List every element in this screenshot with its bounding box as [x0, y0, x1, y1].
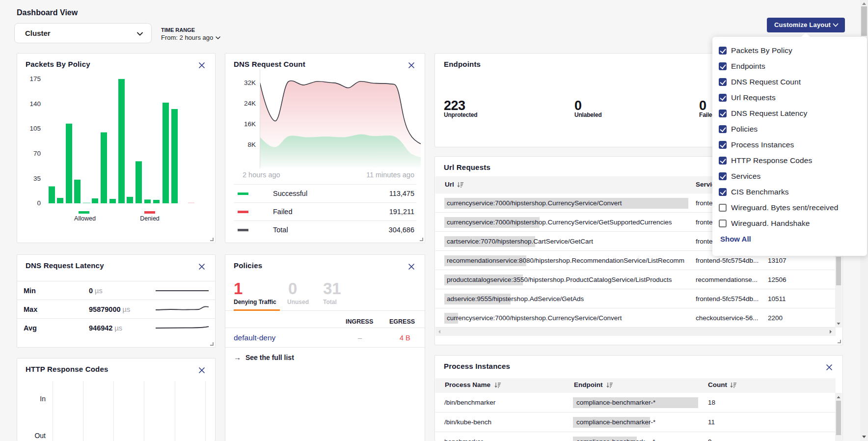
- svg-text:2 hours ago: 2 hours ago: [243, 171, 280, 179]
- svg-text:16K: 16K: [244, 120, 256, 128]
- svg-text:0: 0: [37, 199, 41, 207]
- svg-text:In: In: [40, 395, 46, 403]
- svg-text:140: 140: [29, 100, 41, 108]
- svg-text:24K: 24K: [244, 100, 256, 107]
- svg-text:Out: Out: [34, 432, 46, 440]
- svg-text:35: 35: [33, 175, 41, 182]
- svg-text:Allowed: Allowed: [74, 215, 96, 222]
- svg-text:105: 105: [29, 125, 41, 132]
- svg-text:11 minutes ago: 11 minutes ago: [366, 171, 414, 179]
- svg-text:8K: 8K: [247, 141, 256, 148]
- svg-text:32K: 32K: [244, 79, 256, 86]
- svg-text:Denied: Denied: [140, 215, 160, 222]
- svg-text:70: 70: [33, 150, 41, 157]
- svg-text:175: 175: [29, 75, 41, 83]
